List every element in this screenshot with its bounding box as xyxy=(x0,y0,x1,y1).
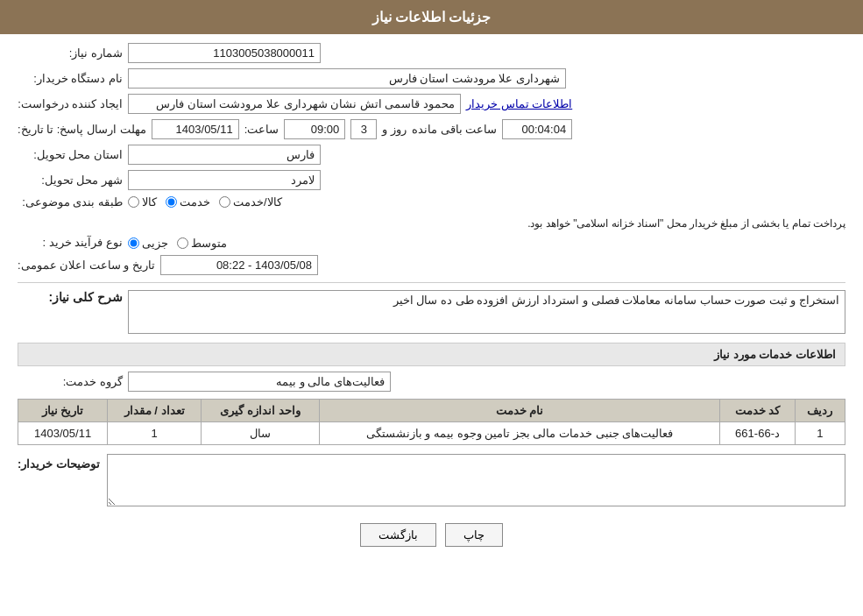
services-info-title: اطلاعات خدمات مورد نیاز xyxy=(18,343,845,366)
deadline-remaining-value: 00:04:04 xyxy=(502,119,572,139)
announce-label: تاریخ و ساعت اعلان عمومی: xyxy=(18,258,155,272)
category-khedmat-label: خدمت xyxy=(180,195,210,209)
col-code: کد خدمت xyxy=(720,400,795,422)
page-title: جزئیات اطلاعات نیاز xyxy=(0,0,863,34)
procurement-label: نوع فرآیند خرید : xyxy=(18,236,123,249)
deadline-date-value: 1403/05/11 xyxy=(152,119,239,139)
category-kala-khedmat[interactable]: کالا/خدمت xyxy=(219,195,282,209)
deadline-label: مهلت ارسال پاسخ: تا تاریخ: xyxy=(18,123,146,136)
creator-value: محمود قاسمی اتش نشان شهرداری علا مرودشت … xyxy=(128,94,461,114)
need-desc-value: استخراج و ثبت صورت حساب سامانه معاملات ف… xyxy=(128,290,845,334)
service-group-value[interactable]: فعالیت‌های مالی و بیمه xyxy=(128,372,391,392)
service-group-label: گروه خدمت: xyxy=(18,375,123,388)
category-kala-label: کالا xyxy=(142,195,157,209)
category-label: طبقه بندی موضوعی: xyxy=(18,195,123,209)
buyer-org-value: شهرداری علا مرودشت استان فارس xyxy=(128,68,566,89)
table-row: 1د-66-661فعالیت‌های جنبی خدمات مالی بجز … xyxy=(18,422,845,445)
services-table: ردیف کد خدمت نام خدمت واحد اندازه گیری ت… xyxy=(18,399,845,445)
creator-label: ایجاد کننده درخواست: xyxy=(18,97,123,110)
deadline-time-value: 09:00 xyxy=(284,119,345,139)
category-kala[interactable]: کالا xyxy=(128,195,157,209)
need-number-label: شماره نیاز: xyxy=(18,46,123,60)
procurement-medium[interactable]: متوسط xyxy=(177,237,227,250)
buyer-notes-input[interactable] xyxy=(107,454,845,506)
city-label: شهر محل تحویل: xyxy=(18,173,123,187)
deadline-days-label: روز و xyxy=(382,123,407,136)
procurement-small-radio[interactable] xyxy=(128,237,139,249)
province-label: استان محل تحویل: xyxy=(18,148,123,161)
procurement-medium-label: متوسط xyxy=(191,237,227,250)
category-radio-group: کالا/خدمت خدمت کالا xyxy=(128,195,282,209)
print-button[interactable]: چاپ xyxy=(445,523,503,547)
procurement-small[interactable]: جزیی xyxy=(128,237,168,250)
procurement-small-label: جزیی xyxy=(142,237,168,250)
province-value: فارس xyxy=(128,145,321,165)
category-kala-khedmat-label: کالا/خدمت xyxy=(233,195,282,209)
category-khedmat[interactable]: خدمت xyxy=(166,195,210,209)
category-kala-khedmat-radio[interactable] xyxy=(219,196,230,208)
col-unit: واحد اندازه گیری xyxy=(202,400,320,422)
procurement-medium-radio[interactable] xyxy=(177,237,188,249)
procurement-radio-group: متوسط جزیی xyxy=(128,237,227,250)
need-number-value: 1103005038000011 xyxy=(128,43,321,63)
deadline-time-label: ساعت: xyxy=(244,123,279,136)
col-row: ردیف xyxy=(795,400,845,422)
col-date: تاریخ نیاز xyxy=(18,400,108,422)
procurement-note: پرداخت تمام یا بخشی از مبلغ خریدار محل "… xyxy=(18,217,845,230)
buyer-notes-label: توضیحات خریدار: xyxy=(18,454,100,471)
contact-info-link[interactable]: اطلاعات تماس خریدار xyxy=(466,97,572,110)
col-qty: تعداد / مقدار xyxy=(108,400,202,422)
col-name: نام خدمت xyxy=(319,400,720,422)
deadline-days-value: 3 xyxy=(350,119,377,139)
category-khedmat-radio[interactable] xyxy=(166,196,177,208)
category-kala-radio[interactable] xyxy=(128,196,139,208)
deadline-remaining-label: ساعت باقی مانده xyxy=(412,123,497,136)
back-button[interactable]: بازگشت xyxy=(360,523,436,547)
city-value: لامرد xyxy=(128,170,321,190)
need-desc-label: شرح کلی نیاز: xyxy=(18,290,123,304)
announce-value: 1403/05/08 - 08:22 xyxy=(160,255,318,275)
buyer-org-label: نام دستگاه خریدار: xyxy=(18,72,123,85)
